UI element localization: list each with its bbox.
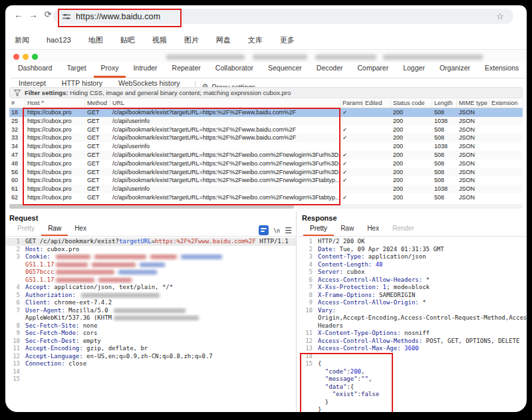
cell-mime: JSON [457,142,489,151]
filter-settings-text: Filter settings: Hiding CSS, image and g… [25,89,291,96]
line-number: 2 [5,246,20,254]
site-settings-icon[interactable] [63,13,70,21]
cell-status: 200 [391,108,432,117]
minimize-window-button[interactable] [23,54,29,60]
editor-tab-raw[interactable]: Raw [41,224,68,236]
filter-funnel-icon [14,90,21,96]
bookmark-item[interactable]: 更多 [280,35,295,45]
bookmark-item[interactable]: 图片 [184,35,199,45]
close-window-button[interactable] [13,54,19,60]
line-number: 11 [298,330,313,338]
column-header-params[interactable]: Params [340,99,363,108]
redacted-text [56,270,114,274]
tab-proxy[interactable]: Proxy [94,62,126,78]
table-row[interactable]: 60https://cubox.proGET/c/api/bookmark/ex… [9,176,523,185]
bookmark-item[interactable]: 网盘 [216,35,231,45]
scrollbar-thumb[interactable] [9,204,294,209]
table-row[interactable]: 34https://cubox.proGET/c/api/userinfo200… [9,142,523,151]
cell-status: 200 [391,168,432,177]
newline-toggle[interactable]: \n [273,227,280,234]
table-row[interactable]: 33https://cubox.proGET/c/api/bookmark/ex… [9,134,523,142]
bookmark-star-icon[interactable]: ☆ [496,11,504,21]
cell-status: 200 [391,134,432,142]
column-header-mime-type[interactable]: MIME type [457,99,489,108]
bookmark-item[interactable]: 贴吧 [120,35,135,45]
bookmark-item[interactable]: hao123 [47,36,71,44]
editor-tab-pretty[interactable]: Pretty [303,224,334,236]
cell-extra [523,185,525,193]
menu-icon[interactable]: ☰ [285,226,292,235]
bookmark-item[interactable]: 文库 [248,35,263,45]
cell-extension [489,193,523,202]
column-header-host[interactable]: Host ^ [25,99,85,108]
back-icon[interactable]: ← [12,9,25,20]
table-row[interactable]: 62https://cubox.proGET/c/api/bookmark/ex… [9,193,523,202]
filter-settings-bar[interactable]: Filter settings: Hiding CSS, image and g… [9,87,523,98]
editor-tab-pretty[interactable]: Pretty [11,224,41,236]
code-line: 7X-Xss-Protection: 1; mode=block [298,284,527,292]
horizontal-scrollbar[interactable] [9,204,523,209]
url-text[interactable]: https://www.baidu.com [76,12,160,21]
cell-status: 200 [391,193,432,202]
cell-method: GET [85,185,110,193]
cell-extra [523,159,525,168]
code-line: 5Server: cubox [298,268,527,276]
tab-logger[interactable]: Logger [396,62,432,78]
tab-repeater[interactable]: Repeater [165,62,208,78]
tab-target[interactable]: Target [59,62,93,78]
zoom-window-button[interactable] [32,54,38,60]
column-header-method[interactable]: Method [85,99,110,108]
table-row[interactable]: 61https://cubox.proGET/c/api/userinfo200… [9,185,523,193]
editor-tab-hex[interactable]: Hex [68,224,93,236]
reload-icon[interactable]: ⟳ [41,9,55,19]
tab-intruder[interactable]: Intruder [126,62,164,78]
tab-collaborator[interactable]: Collaborator [208,62,261,78]
tab-organizer[interactable]: Organizer [432,62,477,78]
redacted-text [81,293,160,298]
tab-decoder[interactable]: Decoder [309,62,350,78]
code-line: 13Access-Control-Max-Age: 3600 [298,345,527,353]
cell-host: https://cubox.pro [25,176,85,185]
table-row[interactable]: 25https://cubox.proGET/c/api/userinfo200… [9,117,523,126]
tab-extensions[interactable]: Extensions [477,62,526,78]
cell-edited [363,176,391,185]
bookmark-item[interactable]: 视频 [152,35,167,45]
column-header-t[interactable]: T [523,99,526,108]
line-number: 7 [5,307,20,315]
forward-icon[interactable]: → [27,9,40,20]
panel-divider[interactable] [296,211,297,412]
column-header-length[interactable]: Length [432,99,457,108]
column-header-num[interactable]: # [9,99,25,108]
inspector-toggle-icon[interactable] [259,225,269,235]
column-header-status-code[interactable]: Status code [391,99,432,108]
tab-learn[interactable]: Learn [526,62,527,78]
address-bar[interactable]: https://www.baidu.com ☆ [53,9,513,24]
column-header-extension[interactable]: Extension [489,99,523,108]
table-row[interactable]: 18https://cubox.proGET/c/api/bookmark/ex… [9,108,523,117]
cell-host: https://cubox.pro [25,134,85,142]
tab-dashboard[interactable]: Dashboard [11,62,59,78]
editor-tab-raw[interactable]: Raw [334,224,360,236]
column-header-url[interactable]: URL [110,99,340,108]
editor-tab-hex[interactable]: Hex [360,224,386,236]
table-row[interactable]: 32https://cubox.proGET/c/api/bookmark/ex… [9,126,523,134]
table-row[interactable]: 47https://cubox.proGET/c/api/bookmark/ex… [9,151,523,159]
bookmark-item[interactable]: 地图 [88,35,103,45]
code-line: 3Cookie: [5,253,296,261]
cell-params: ✓ [340,176,363,185]
response-tabs: PrettyRawHexRender [298,225,527,237]
bookmark-item[interactable]: 新闻 [15,35,29,45]
editor-tab-render[interactable]: Render [386,224,421,236]
cell-url: /c/api/userinfo [110,142,340,151]
cell-edited [363,185,391,193]
code-line: 15 [5,375,296,383]
cell-host: https://cubox.pro [25,126,85,134]
cell-method: GET [85,176,110,185]
line-number: 1 [5,238,20,246]
table-row[interactable]: 48https://cubox.proGET/c/api/bookmark/ex… [9,159,523,168]
tab-sequencer[interactable]: Sequencer [261,62,309,78]
line-number: 4 [298,261,313,269]
tab-comparer[interactable]: Comparer [350,62,396,78]
table-row[interactable]: 56https://cubox.proGET/c/api/bookmark/ex… [9,168,523,177]
column-header-edited[interactable]: Edited [363,99,391,108]
